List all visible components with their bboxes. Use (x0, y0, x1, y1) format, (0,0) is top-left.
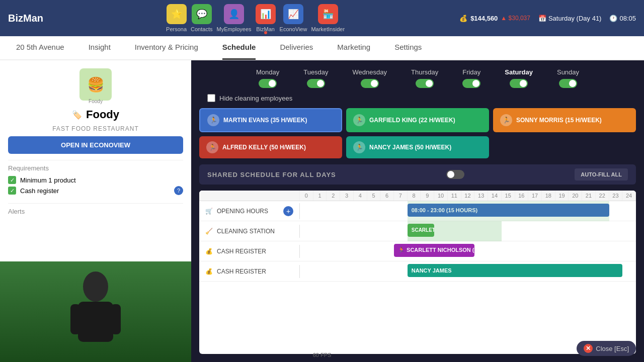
nav-marketing[interactable]: Marketing (337, 36, 370, 60)
grid-hour-15: 15 (502, 191, 515, 201)
emp-name-sonny: SONNY MORRIS (15 H/WEEK) (516, 117, 602, 124)
emp-card-nancy[interactable]: 🏃 NANCY JAMES (50 H/WEEK) (346, 136, 489, 158)
cleaning-bar[interactable]: SCARLETT N... (408, 224, 434, 237)
open-econoview-button[interactable]: OPEN IN ECONOVIEW (8, 136, 183, 154)
day-sunday-label: Sunday (557, 68, 579, 76)
day-monday-label: Monday (256, 68, 279, 76)
help-icon[interactable]: ? (174, 186, 183, 195)
hide-cleaning-label: Hide cleaning employees (219, 95, 292, 102)
day-thursday[interactable]: Thursday (411, 68, 438, 88)
date-text: Saturday (Day 41) (548, 15, 602, 22)
grid-hour-19: 19 (555, 191, 569, 201)
schedule-grid: 0 1 2 3 4 5 6 7 8 9 10 11 12 13 14 15 16… (199, 191, 636, 354)
svg-rect-3 (111, 304, 121, 334)
emp-name-nancy: NANCY JAMES (50 H/WEEK) (369, 144, 451, 151)
clock-icon: 🕐 (609, 15, 617, 22)
shared-toggle[interactable] (446, 170, 464, 179)
restaurant-logo-label: Foody (79, 99, 112, 104)
nav-econoview-label: EconoView (280, 26, 307, 32)
emp-name-garfield: GARFIELD KING (22 H/WEEK) (369, 117, 455, 124)
nav-persona[interactable]: ⭐ Persona (166, 4, 187, 32)
grid-hour-3: 3 (340, 191, 354, 201)
day-friday[interactable]: Friday (462, 68, 480, 88)
nav-persona-label: Persona (166, 26, 187, 32)
emp-card-alfred[interactable]: 🏃 ALFRED KELLY (50 H/WEEK) (199, 136, 342, 158)
emp-card-sonny[interactable]: 🏃 SONNY MORRIS (15 H/WEEK) (493, 108, 636, 132)
requirements-section: Requirements ✓ Minimum 1 product ✓ Cash … (8, 160, 183, 197)
nav-contacts[interactable]: 💬 Contacts (191, 4, 212, 32)
cash2-cells: NANCY JAMES (300, 261, 636, 282)
grid-hour-12: 12 (461, 191, 475, 201)
grid-hour-17: 17 (528, 191, 542, 201)
row-cleaning-label: 🧹 CLEANING STATION (199, 225, 300, 238)
nav-insight[interactable]: Insight (89, 36, 111, 60)
emp-icon-sonny: 🏃 (500, 114, 512, 126)
day-saturday-toggle[interactable] (510, 79, 528, 88)
cleaning-cells: SCARLETT N... (300, 221, 636, 241)
nav-econoview[interactable]: 📈 EconoView (280, 4, 307, 32)
hide-cleaning-row: Hide cleaning employees (207, 94, 636, 102)
grid-hour-6: 6 (380, 191, 394, 201)
time-text: 08:05 (619, 15, 636, 22)
nav-myemployees-label: MyEmployees (216, 26, 251, 32)
nav-deliveries[interactable]: Deliveries (280, 36, 313, 60)
close-button[interactable]: ✕ Close [Esc] (577, 341, 636, 356)
topbar-nav: ⭐ Persona 💬 Contacts 👤 MyEmployees 📊 Biz… (63, 4, 447, 32)
day-tuesday-toggle[interactable] (307, 79, 325, 88)
nav-bizman[interactable]: 📊 BizMan (256, 4, 276, 32)
nav-myemployees[interactable]: 👤 MyEmployees (216, 4, 251, 32)
topbar-right: 💰 $144,560 ▲ $30,037 📅 Saturday (Day 41)… (459, 15, 636, 22)
alerts-title: Alerts (8, 203, 183, 215)
hide-cleaning-checkbox[interactable] (207, 94, 215, 102)
opening-text: OPENING HOURS (217, 208, 268, 215)
money-amount: $144,560 (470, 15, 498, 22)
nav-inventory[interactable]: Inventory & Pricing (135, 36, 198, 60)
day-thursday-toggle[interactable] (416, 79, 434, 88)
day-monday-toggle[interactable] (259, 79, 277, 88)
restaurant-logo: 🍔 (79, 68, 112, 101)
nav-address[interactable]: 20 5th Avenue (16, 36, 64, 60)
day-tuesday[interactable]: Tuesday (303, 68, 328, 88)
requirements-title: Requirements (8, 164, 183, 172)
emp-card-garfield[interactable]: 🏃 GARFIELD KING (22 H/WEEK) (346, 108, 489, 132)
day-wednesday[interactable]: Wednesday (353, 68, 387, 88)
emp-icon-nancy: 🏃 (353, 141, 365, 153)
req-label-1: Minimum 1 product (20, 176, 76, 184)
cash1-bar[interactable]: 🏃 SCARLETT NICHOLSON (31 H/WEEK) (394, 244, 474, 257)
grid-hour-18: 18 (542, 191, 555, 201)
nav-marketinsider[interactable]: 🏪 MarketInsider (311, 4, 345, 32)
cash2-bar[interactable]: NANCY JAMES (408, 264, 623, 277)
nav-schedule[interactable]: Schedule (222, 36, 256, 60)
emp-card-martin[interactable]: 🏃 MARTIN EVANS (35 H/WEEK) (199, 108, 342, 132)
day-wednesday-label: Wednesday (353, 68, 387, 76)
day-sunday[interactable]: Sunday (557, 68, 579, 88)
add-opening-button[interactable]: + (283, 206, 293, 216)
row-opening-hours: 🛒 OPENING HOURS + 08:00 - 23:00 (15 HOUR… (199, 201, 636, 221)
money-icon: 💰 (459, 15, 467, 22)
svg-rect-2 (70, 304, 80, 334)
day-monday[interactable]: Monday (256, 68, 279, 88)
webcam-feed (0, 261, 191, 362)
day-saturday-label: Saturday (505, 68, 533, 76)
day-sunday-toggle[interactable] (559, 79, 577, 88)
grid-hour-14: 14 (488, 191, 502, 201)
time-display: 🕐 08:05 (609, 15, 636, 22)
shared-schedule-label: SHARED SCHEDULE FOR ALL DAYS (207, 171, 336, 178)
cash1-cells: 🏃 SCARLETT NICHOLSON (31 H/WEEK) (300, 241, 636, 261)
req-check-2: ✓ (8, 187, 16, 195)
opening-icon: 🛒 (205, 208, 213, 215)
restaurant-name-row: 🏷️ Foody (72, 108, 119, 121)
day-saturday[interactable]: Saturday (505, 68, 533, 88)
nav-settings[interactable]: Settings (394, 36, 422, 60)
row-cash-register-2: 💰 CASH REGISTER NANCY JAMES (199, 261, 636, 282)
emp-name-alfred: ALFRED KELLY (50 H/WEEK) (222, 144, 306, 151)
autofill-button[interactable]: AUTO-FILL ALL (575, 168, 628, 180)
emp-icon-alfred: 🏃 (206, 141, 218, 153)
day-wednesday-toggle[interactable] (361, 79, 379, 88)
cash2-icon: 💰 (205, 268, 213, 275)
cleaning-icon: 🧹 (205, 228, 213, 235)
app-logo: BizMan (8, 13, 43, 24)
close-label: Close [Esc] (596, 345, 629, 352)
cleaning-bar-label: SCARLETT N... (412, 227, 434, 233)
day-friday-toggle[interactable] (462, 79, 480, 88)
